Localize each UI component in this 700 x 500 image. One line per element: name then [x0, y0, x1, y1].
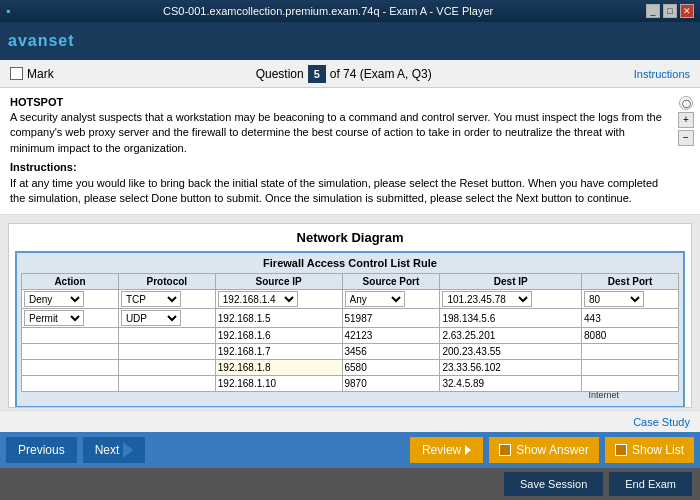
col-dest-port: Dest Port: [582, 274, 679, 290]
show-list-icon: [615, 444, 627, 456]
protocol-cell-4: [118, 344, 215, 360]
review-button[interactable]: Review: [410, 437, 483, 463]
internet-label: Internet: [588, 390, 619, 400]
previous-button[interactable]: Previous: [6, 437, 77, 463]
mark-checkbox[interactable]: [10, 67, 23, 80]
maximize-button[interactable]: □: [663, 4, 677, 18]
show-list-label: Show List: [632, 443, 684, 457]
table-row: 192.168.1.8 6580 23.33.56.102: [22, 360, 679, 376]
scroll-down-button[interactable]: −: [678, 130, 694, 146]
logo: avanset: [0, 28, 85, 54]
instructions-body: If at any time you would like to bring b…: [10, 177, 658, 204]
question-bar: Mark Question 5 of 74 (Exam A, Q3) Instr…: [0, 60, 700, 88]
logo-suffix: set: [48, 32, 74, 49]
dest-ip-cell-6: 32.4.5.89: [440, 376, 582, 392]
bottom-nav: Previous Next Review Show Answer Show Li…: [0, 432, 700, 468]
window-controls[interactable]: _ □ ✕: [646, 4, 694, 18]
protocol-cell-5: [118, 360, 215, 376]
question-center: Question 5 of 74 (Exam A, Q3): [256, 65, 432, 83]
logo-prefix: avan: [8, 32, 48, 49]
source-port-select-1[interactable]: Any 51987: [345, 291, 405, 307]
table-row: Permit Deny UDP TCP 192.168.1.5: [22, 309, 679, 328]
source-port-cell-6: 9870: [342, 376, 440, 392]
source-port-cell-3: 42123: [342, 328, 440, 344]
source-ip-cell-1[interactable]: 192.168.1.4 192.168.1.5: [215, 290, 342, 309]
question-label: Question: [256, 67, 304, 81]
action-select-1[interactable]: Deny Permit: [24, 291, 84, 307]
table-row: 192.168.1.6 42123 2.63.25.201 8080: [22, 328, 679, 344]
dest-port-cell-2: 443: [582, 309, 679, 328]
col-action: Action: [22, 274, 119, 290]
dest-ip-cell-3: 2.63.25.201: [440, 328, 582, 344]
dest-port-cell-5: [582, 360, 679, 376]
firewall-box: Firewall Access Control List Rule Action…: [15, 251, 685, 408]
col-protocol: Protocol: [118, 274, 215, 290]
show-list-button[interactable]: Show List: [605, 437, 694, 463]
source-ip-cell-4: 192.168.1.7: [215, 344, 342, 360]
question-text: A security analyst suspects that a works…: [10, 110, 690, 156]
action-select-2[interactable]: Permit Deny: [24, 310, 84, 326]
source-ip-select-1[interactable]: 192.168.1.4 192.168.1.5: [218, 291, 298, 307]
instructions-link[interactable]: Instructions: [634, 68, 690, 80]
table-row: 192.168.1.7 3456 200.23.43.55: [22, 344, 679, 360]
case-study-bar: Case Study: [0, 410, 700, 432]
dest-port-select-1[interactable]: 80 443: [584, 291, 644, 307]
question-of: of 74 (Exam A, Q3): [330, 67, 432, 81]
next-button[interactable]: Next: [83, 437, 146, 463]
source-port-cell-2: 51987: [342, 309, 440, 328]
action-cell-3: [22, 328, 119, 344]
close-button[interactable]: ✕: [680, 4, 694, 18]
end-exam-button[interactable]: End Exam: [609, 472, 692, 496]
title-bar: ▪ CS0-001.examcollection.premium.exam.74…: [0, 0, 700, 22]
protocol-cell-1[interactable]: TCP UDP: [118, 290, 215, 309]
protocol-select-1[interactable]: TCP UDP: [121, 291, 181, 307]
col-source-ip: Source IP: [215, 274, 342, 290]
header-bar: avanset: [0, 22, 700, 60]
col-dest-ip: Dest IP: [440, 274, 582, 290]
dest-port-cell-1[interactable]: 80 443: [582, 290, 679, 309]
mark-label: Mark: [27, 67, 54, 81]
window-title: CS0-001.examcollection.premium.exam.74q …: [10, 5, 646, 17]
question-number: 5: [308, 65, 326, 83]
dest-ip-select-1[interactable]: 101.23.45.78 198.134.5.6: [442, 291, 532, 307]
minimize-button[interactable]: _: [646, 4, 660, 18]
action-cell-4: [22, 344, 119, 360]
dest-port-cell-3: 8080: [582, 328, 679, 344]
protocol-select-2[interactable]: UDP TCP: [121, 310, 181, 326]
show-answer-icon: [499, 444, 511, 456]
dest-port-cell-4: [582, 344, 679, 360]
protocol-cell-2[interactable]: UDP TCP: [118, 309, 215, 328]
show-answer-button[interactable]: Show Answer: [489, 437, 599, 463]
mark-area: Mark: [10, 67, 54, 81]
action-cell-2[interactable]: Permit Deny: [22, 309, 119, 328]
next-arrow-icon: [123, 442, 133, 458]
diagram-area: Network Diagram Firewall Access Control …: [0, 215, 700, 410]
content-area: HOTSPOT A security analyst suspects that…: [0, 88, 700, 215]
save-session-button[interactable]: Save Session: [504, 472, 603, 496]
next-label: Next: [95, 443, 120, 457]
bottom-action-bar: Save Session End Exam: [0, 468, 700, 500]
scroll-controls: ◯ + −: [678, 96, 694, 146]
source-port-cell-1[interactable]: Any 51987: [342, 290, 440, 309]
source-ip-cell-3: 192.168.1.6: [215, 328, 342, 344]
source-ip-cell-5: 192.168.1.8: [215, 360, 342, 376]
network-diagram: Network Diagram Firewall Access Control …: [8, 223, 692, 408]
dest-ip-cell-1[interactable]: 101.23.45.78 198.134.5.6: [440, 290, 582, 309]
source-port-cell-5: 6580: [342, 360, 440, 376]
case-study-link[interactable]: Case Study: [633, 416, 690, 428]
scroll-up-button[interactable]: +: [678, 112, 694, 128]
action-cell-5: [22, 360, 119, 376]
source-ip-cell-6: 192.168.1.10: [215, 376, 342, 392]
action-cell-1[interactable]: Deny Permit: [22, 290, 119, 309]
hotspot-label: HOTSPOT: [10, 96, 690, 108]
firewall-title: Firewall Access Control List Rule: [21, 257, 679, 269]
main-wrapper: avanset Mark Question 5 of 74 (Exam A, Q…: [0, 22, 700, 500]
firewall-table: Action Protocol Source IP Source Port De…: [21, 273, 679, 392]
table-row: Deny Permit TCP UDP: [22, 290, 679, 309]
protocol-cell-3: [118, 328, 215, 344]
dest-ip-cell-4: 200.23.43.55: [440, 344, 582, 360]
scroll-circle: ◯: [679, 96, 693, 110]
review-label: Review: [422, 443, 461, 457]
review-arrow-icon: [465, 445, 471, 455]
logo-text: avanset: [8, 32, 75, 50]
